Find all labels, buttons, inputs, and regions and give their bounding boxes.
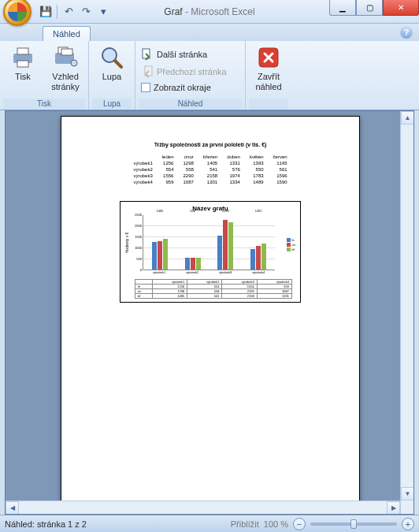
- zoom-button[interactable]: Lupa: [92, 43, 132, 84]
- scroll-right-icon[interactable]: ▶: [387, 501, 400, 515]
- svg-rect-1: [17, 48, 28, 54]
- ribbon-group-close: Zavřít náhled: [246, 41, 291, 110]
- qat-separator: [57, 5, 57, 19]
- scroll-down-icon[interactable]: ▼: [401, 487, 414, 500]
- office-button[interactable]: [3, 0, 32, 26]
- svg-point-6: [71, 60, 77, 66]
- tab-nahled[interactable]: Náhled: [43, 26, 91, 41]
- print-label: Tisk: [15, 72, 31, 82]
- magnifier-icon: [99, 45, 124, 70]
- page-preview[interactable]: Tržby společnosti za první pololetí (v t…: [61, 116, 360, 515]
- title-bar: 💾 ↶ ↷ ▾ Graf - Microsoft Excel ▁ ▢ ✕: [0, 0, 419, 24]
- minimize-button[interactable]: ▁: [329, 0, 356, 16]
- zoom-in-button[interactable]: +: [402, 518, 414, 530]
- scroll-up-icon[interactable]: ▲: [401, 111, 414, 125]
- undo-icon[interactable]: ↶: [62, 6, 75, 18]
- help-button[interactable]: ?: [400, 26, 413, 39]
- svg-rect-5: [61, 49, 72, 55]
- scroll-left-icon[interactable]: ◀: [6, 501, 19, 515]
- data-table: ledenúnorbřezendubenkvětenčerven výrobek…: [128, 154, 291, 185]
- close-button[interactable]: ✕: [383, 0, 419, 16]
- qat-dropdown-icon[interactable]: ▾: [97, 6, 109, 18]
- zoom-value: 100 %: [264, 519, 288, 529]
- checkbox-icon: [141, 83, 150, 92]
- window-controls: ▁ ▢ ✕: [329, 0, 419, 16]
- scrollbar-horizontal[interactable]: ◀ ▶: [6, 500, 400, 514]
- ribbon-group-nahled: Další stránka Předchozí stránka Zobrazit…: [135, 41, 246, 110]
- ribbon-group-lupa: Lupa Lupa: [89, 41, 135, 110]
- zoom-thumb[interactable]: [350, 519, 357, 529]
- scrollbar-vertical[interactable]: ▲ ▼: [400, 111, 413, 514]
- printer-icon: [10, 45, 35, 70]
- chart-x-ticks: výrobek1výrobek2výrobek3výrobek4: [143, 270, 275, 274]
- group-label-nahled: Náhled: [139, 99, 242, 110]
- chart-legend: leúnbř: [287, 237, 295, 252]
- zoom-slider[interactable]: [310, 523, 397, 526]
- ribbon-tabs: Náhled ?: [0, 24, 419, 41]
- next-page-icon: [141, 48, 154, 61]
- maximize-button[interactable]: ▢: [356, 0, 383, 16]
- group-label-tisk: Tisk: [3, 99, 85, 110]
- embedded-chart: Název grafu 25002000150010005000 Hodnoty…: [120, 201, 301, 303]
- page-heading: Tržby společnosti za první pololetí (v t…: [82, 142, 339, 147]
- print-button[interactable]: Tisk: [3, 43, 43, 84]
- status-bar: Náhled: stránka 1 z 2 Přiblížit 100 % − …: [0, 515, 419, 532]
- status-page-info: Náhled: stránka 1 z 2: [5, 519, 87, 529]
- prev-page-icon: [141, 65, 154, 78]
- next-page-button[interactable]: Další stránka: [139, 47, 210, 62]
- document-name: Graf: [164, 6, 182, 17]
- preview-viewport: Tržby společnosti za první pololetí (v t…: [5, 110, 414, 515]
- chart-plot-area: 25002000150010005000 Hodnoty v €: [143, 215, 275, 270]
- close-preview-icon: [256, 45, 281, 70]
- ribbon: Tisk Vzhled stránky Tisk Lupa Lupa: [0, 41, 419, 110]
- show-margins-toggle[interactable]: Zobrazit okraje: [139, 81, 213, 94]
- page-setup-button[interactable]: Vzhled stránky: [46, 43, 85, 93]
- quick-access-toolbar: 💾 ↶ ↷ ▾: [39, 5, 109, 19]
- group-label-lupa: Lupa: [92, 99, 132, 110]
- svg-line-8: [115, 61, 121, 67]
- redo-icon[interactable]: ↷: [80, 6, 92, 18]
- page-setup-icon: [53, 45, 78, 70]
- zoom-out-button[interactable]: −: [293, 518, 306, 530]
- chart-y-label: Hodnoty v €: [124, 232, 129, 253]
- app-name: Microsoft Excel: [191, 6, 254, 17]
- save-icon[interactable]: 💾: [39, 6, 52, 18]
- ribbon-group-tisk: Tisk Vzhled stránky Tisk: [0, 41, 89, 110]
- zoom-label: Přiblížit: [231, 519, 259, 529]
- prev-page-button: Předchozí stránka: [139, 64, 229, 80]
- chart-data-table: výrobek1výrobek2výrobek3výrobek4le125655…: [135, 279, 292, 299]
- close-preview-button[interactable]: Zavřít náhled: [249, 43, 288, 93]
- svg-rect-2: [17, 61, 28, 67]
